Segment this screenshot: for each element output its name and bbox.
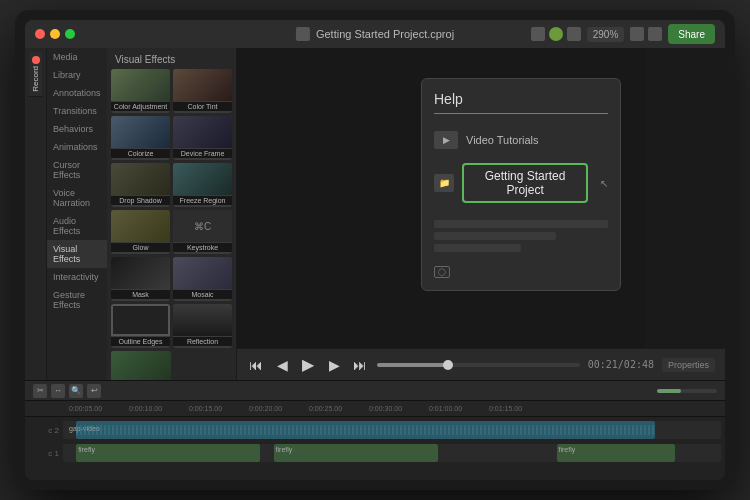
track-clip-firefly-2-label: firefly xyxy=(274,444,295,455)
sidebar-item-cursor-effects[interactable]: Cursor Effects xyxy=(47,156,107,184)
effect-label: Colorize xyxy=(111,149,170,158)
move-tool[interactable]: ↔ xyxy=(51,384,65,398)
effects-row-5: Mask Mosaic xyxy=(111,257,232,301)
step-forward-button[interactable]: ▶ xyxy=(325,356,343,374)
record-tab[interactable]: Record xyxy=(29,52,42,97)
help-bar-3 xyxy=(434,244,521,252)
properties-button[interactable]: Properties xyxy=(662,358,715,372)
zoom-slider[interactable] xyxy=(657,389,717,393)
track-label-c2: c 2 xyxy=(29,426,59,435)
track-content-c2[interactable]: gap-video xyxy=(63,421,721,439)
effect-drop-shadow[interactable]: Drop Shadow xyxy=(111,163,170,207)
playback-slider[interactable] xyxy=(377,363,580,367)
sidebar-item-library[interactable]: Library xyxy=(47,66,107,84)
effect-label: Outline Edges xyxy=(111,337,170,346)
toolbar-icon-1[interactable] xyxy=(531,27,545,41)
ruler-mark-2: 0:00:15.00 xyxy=(189,405,249,412)
effect-color-adjustment[interactable]: Color Adjustment xyxy=(111,69,170,113)
minimize-button[interactable] xyxy=(50,29,60,39)
track-clip-firefly-3[interactable]: firefly xyxy=(557,444,675,462)
record-dot xyxy=(32,56,40,64)
sidebar-item-animations[interactable]: Animations xyxy=(47,138,107,156)
help-row-tutorials: ▶ Video Tutorials xyxy=(434,124,608,156)
maximize-button[interactable] xyxy=(65,29,75,39)
ruler-mark-1: 0:00:10.00 xyxy=(129,405,189,412)
effects-row-4: Glow ⌘C Keystroke xyxy=(111,210,232,254)
effect-keystroke[interactable]: ⌘C Keystroke xyxy=(173,210,232,254)
app-body: Record Media Library Annotations Transit… xyxy=(25,48,725,380)
traffic-lights xyxy=(35,29,75,39)
track-clip-firefly-2[interactable]: firefly xyxy=(274,444,439,462)
arrow-right-icon[interactable] xyxy=(648,27,662,41)
skip-forward-button[interactable]: ⏭ xyxy=(351,356,369,374)
effect-mosaic[interactable]: Mosaic xyxy=(173,257,232,301)
playback-progress xyxy=(377,363,448,367)
effect-outline-edges[interactable]: Outline Edges xyxy=(111,304,170,348)
sidebar-item-media[interactable]: Media xyxy=(47,48,107,66)
right-preview xyxy=(645,48,725,348)
main-content: Help ▶ Video Tutorials xyxy=(237,48,725,380)
record-label: Record xyxy=(31,66,40,92)
toolbar-icon-2[interactable] xyxy=(549,27,563,41)
folder-icon: 📁 xyxy=(434,174,454,192)
sidebar-item-behaviors[interactable]: Behaviors xyxy=(47,120,107,138)
cut-tool[interactable]: ✂ xyxy=(33,384,47,398)
playback-thumb[interactable] xyxy=(443,360,453,370)
key-icon-row: ◯ xyxy=(434,266,608,278)
help-bar-2 xyxy=(434,232,556,240)
laptop-frame: Getting Started Project.cproj 290% Share xyxy=(15,10,735,490)
track-clip-firefly-3-label: firefly xyxy=(557,444,578,455)
effects-title: Visual Effects xyxy=(111,52,232,69)
effect-reflection[interactable]: Reflection xyxy=(173,304,232,348)
effect-device-frame[interactable]: Device Frame xyxy=(173,116,232,160)
screen: Getting Started Project.cproj 290% Share xyxy=(25,20,725,480)
effect-freeze-region[interactable]: Freeze Region xyxy=(173,163,232,207)
title-bar-right: 290% Share xyxy=(531,24,715,44)
ruler-mark-6: 0:01:00.00 xyxy=(429,405,489,412)
ruler-mark-0: 0:00:05.00 xyxy=(69,405,129,412)
close-button[interactable] xyxy=(35,29,45,39)
sidebar-item-annotations[interactable]: Annotations xyxy=(47,84,107,102)
undo-tool[interactable]: ↩ xyxy=(87,384,101,398)
effects-row-7 xyxy=(111,351,232,380)
effect-mask[interactable]: Mask xyxy=(111,257,170,301)
toolbar-icon-3[interactable] xyxy=(567,27,581,41)
effect-label: Mosaic xyxy=(173,290,232,299)
effect-person[interactable] xyxy=(111,351,171,380)
sidebar-item-transitions[interactable]: Transitions xyxy=(47,102,107,120)
effect-color-tint[interactable]: Color Tint xyxy=(173,69,232,113)
getting-started-button[interactable]: Getting Started Project xyxy=(462,163,588,203)
video-icon: ▶ xyxy=(434,131,458,149)
effect-colorize[interactable]: Colorize xyxy=(111,116,170,160)
timeline-header: ✂ ↔ 🔍 ↩ xyxy=(25,381,725,401)
track-clip-firefly-1[interactable]: firefly xyxy=(76,444,260,462)
ruler-mark-4: 0:00:25.00 xyxy=(309,405,369,412)
zoom-tool[interactable]: 🔍 xyxy=(69,384,83,398)
track-content-c1[interactable]: firefly firefly firefly xyxy=(63,444,721,462)
file-icon xyxy=(296,27,310,41)
step-back-button[interactable]: ◀ xyxy=(273,356,291,374)
sidebar-item-visual-effects[interactable]: Visual Effects xyxy=(47,240,107,268)
effect-glow[interactable]: Glow xyxy=(111,210,170,254)
effect-label: Keystroke xyxy=(173,243,232,252)
help-bar-1 xyxy=(434,220,608,228)
left-panel: Media Library Annotations Transitions Be… xyxy=(47,48,237,380)
ruler-mark-7: 0:01:15.00 xyxy=(489,405,549,412)
help-title: Help xyxy=(434,91,608,114)
play-button[interactable]: ▶ xyxy=(299,356,317,374)
effects-row-1: Color Adjustment Color Tint xyxy=(111,69,232,113)
video-area: Help ▶ Video Tutorials xyxy=(237,48,725,348)
title-center: Getting Started Project.cproj xyxy=(296,27,454,41)
sidebar-item-gesture-effects[interactable]: Gesture Effects xyxy=(47,286,107,314)
skip-back-button[interactable]: ⏮ xyxy=(247,356,265,374)
sidebar-item-voice-narration[interactable]: Voice Narration xyxy=(47,184,107,212)
track-row-c1: c 1 firefly firefly firefly xyxy=(29,442,721,464)
sidebar-item-interactivity[interactable]: Interactivity xyxy=(47,268,107,286)
arrow-left-icon[interactable] xyxy=(630,27,644,41)
ruler-mark-3: 0:00:20.00 xyxy=(249,405,309,412)
video-tutorials-label[interactable]: Video Tutorials xyxy=(466,134,539,146)
track-row-c2: c 2 gap-video xyxy=(29,419,721,441)
track-clip-firefly-1-label: firefly xyxy=(76,444,97,455)
sidebar-item-audio-effects[interactable]: Audio Effects xyxy=(47,212,107,240)
share-button[interactable]: Share xyxy=(668,24,715,44)
